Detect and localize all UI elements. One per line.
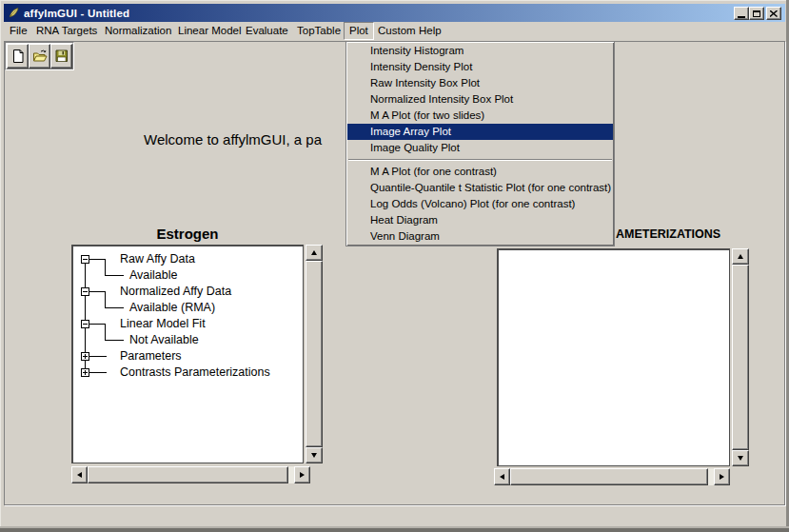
menu-item-log-odds-volcano-plot[interactable]: Log Odds (Volcano) Plot (for one contras… <box>347 196 613 212</box>
tree-connector-line <box>105 259 106 275</box>
right-listbox[interactable] <box>497 248 730 466</box>
arrow-left-icon <box>77 472 82 478</box>
menu-item-intensity-density-plot[interactable]: Intensity Density Plot <box>347 59 613 75</box>
feather-icon <box>8 7 20 19</box>
scroll-right-button[interactable] <box>714 468 730 485</box>
maximize-icon <box>753 10 760 17</box>
scroll-down-button[interactable] <box>732 450 749 466</box>
minimize-icon <box>738 16 745 18</box>
menu-item-image-quality-plot[interactable]: Image Quality Plot <box>347 140 613 156</box>
right-panel-horizontal-scrollbar[interactable] <box>494 468 730 485</box>
menubar-item-evaluate[interactable]: Evaluate <box>240 22 294 40</box>
maximize-button[interactable] <box>749 7 764 20</box>
scroll-left-button[interactable] <box>71 466 88 483</box>
scrollbar-thumb[interactable] <box>306 261 323 447</box>
toolbar <box>5 42 74 70</box>
menubar-item-normalization[interactable]: Normalization <box>99 22 177 40</box>
menu-item-intensity-histogram[interactable]: Intensity Histogram <box>347 43 613 59</box>
welcome-text: Welcome to affylmGUI, a pa <box>144 131 322 148</box>
left-panel-title: Estrogen <box>71 226 304 242</box>
tree-item-normalized-affy-data[interactable]: Normalized Affy Data <box>120 285 231 298</box>
menu-separator <box>348 159 612 161</box>
tree-item-not-available[interactable]: Not Available <box>129 333 199 346</box>
scroll-up-button[interactable] <box>306 245 323 261</box>
left-panel-horizontal-scrollbar[interactable] <box>71 466 310 483</box>
open-folder-icon <box>32 49 48 64</box>
right-panel-title-partial: AMETERIZATIONS <box>616 227 720 241</box>
arrow-up-icon <box>311 250 317 255</box>
menubar-item-toptable[interactable]: TopTable <box>291 22 346 40</box>
plot-menu-dropdown: Intensity Histogram Intensity Density Pl… <box>345 41 615 246</box>
scroll-down-button[interactable] <box>306 447 323 463</box>
scrollbar-thumb[interactable] <box>732 265 749 450</box>
close-button[interactable] <box>766 7 781 20</box>
window-title: affylmGUI - Untitled <box>24 8 129 19</box>
left-tree-listbox[interactable] <box>71 245 304 463</box>
menu-item-ma-plot-one-contrast[interactable]: M A Plot (for one contrast) <box>347 164 613 180</box>
save-file-button[interactable] <box>50 44 72 69</box>
save-floppy-icon <box>54 49 69 64</box>
new-file-button[interactable] <box>7 44 29 69</box>
tree-connector-line <box>105 324 106 340</box>
right-panel-vertical-scrollbar[interactable] <box>732 248 749 466</box>
tree-connector-line <box>105 291 106 307</box>
scrollbar-thumb[interactable] <box>510 468 708 485</box>
menubar-item-plot[interactable]: Plot <box>344 22 374 40</box>
menu-item-venn-diagram[interactable]: Venn Diagram <box>347 228 613 245</box>
tree-expander-minus[interactable] <box>81 287 89 296</box>
tree-item-linear-model-fit[interactable]: Linear Model Fit <box>120 317 206 330</box>
menubar-item-file[interactable]: File <box>4 22 33 40</box>
tree-connector-line <box>89 356 107 357</box>
menu-item-normalized-intensity-box-plot[interactable]: Normalized Intensity Box Plot <box>347 91 613 108</box>
left-panel-vertical-scrollbar[interactable] <box>306 245 323 463</box>
arrow-right-icon <box>720 474 724 480</box>
tree-item-contrasts-parameterizations[interactable]: Contrasts Parameterizations <box>120 365 270 379</box>
application-window: { "window": { "title": "affylmGUI - Unti… <box>0 0 789 532</box>
tree-expander-plus[interactable] <box>81 352 89 361</box>
scroll-up-button[interactable] <box>732 248 749 265</box>
arrow-down-icon <box>311 453 317 458</box>
tree-connector-line <box>89 291 105 292</box>
scrollbar-thumb[interactable] <box>88 466 288 483</box>
menubar-item-help[interactable]: Help <box>413 22 447 40</box>
toolbar-button-group <box>6 43 73 69</box>
titlebar[interactable]: affylmGUI - Untitled <box>4 4 785 22</box>
minimize-button[interactable] <box>734 7 749 20</box>
scroll-right-button[interactable] <box>294 466 310 483</box>
menu-item-qq-t-statistic-plot[interactable]: Quantile-Quantile t Statistic Plot (for … <box>347 180 613 196</box>
tree-item-parameters[interactable]: Parameters <box>120 349 182 363</box>
arrow-up-icon <box>738 254 743 259</box>
arrow-right-icon <box>300 472 305 478</box>
menu-item-raw-intensity-box-plot[interactable]: Raw Intensity Box Plot <box>347 75 613 91</box>
tree-item-available[interactable]: Available <box>129 268 178 282</box>
menu-item-image-array-plot[interactable]: Image Array Plot <box>347 124 613 140</box>
new-file-icon <box>10 49 26 64</box>
arrow-down-icon <box>738 456 743 461</box>
tree-item-raw-affy-data[interactable]: Raw Affy Data <box>120 252 195 266</box>
open-file-button[interactable] <box>29 44 50 69</box>
arrow-left-icon <box>500 474 504 480</box>
tree-connector-line <box>89 372 107 373</box>
menubar-item-rna-targets[interactable]: RNA Targets <box>30 22 103 40</box>
tree-expander-minus[interactable] <box>81 255 89 264</box>
menubar-item-linear-model[interactable]: Linear Model <box>172 22 247 40</box>
tree-expander-minus[interactable] <box>81 320 89 328</box>
tree-connector-line <box>105 307 124 308</box>
close-icon <box>770 10 778 17</box>
tree-connector-line <box>89 259 105 260</box>
scroll-left-button[interactable] <box>494 468 510 485</box>
tree-connector-line <box>89 324 105 325</box>
menu-item-heat-diagram[interactable]: Heat Diagram <box>347 212 613 228</box>
tree-connector-line <box>105 275 124 276</box>
window-edge <box>0 528 789 532</box>
menu-item-ma-plot-two-slides[interactable]: M A Plot (for two slides) <box>347 108 613 124</box>
tree-connector-line <box>105 340 124 341</box>
tree-expander-plus[interactable] <box>81 368 89 377</box>
tree-item-available-rma[interactable]: Available (RMA) <box>129 301 215 314</box>
